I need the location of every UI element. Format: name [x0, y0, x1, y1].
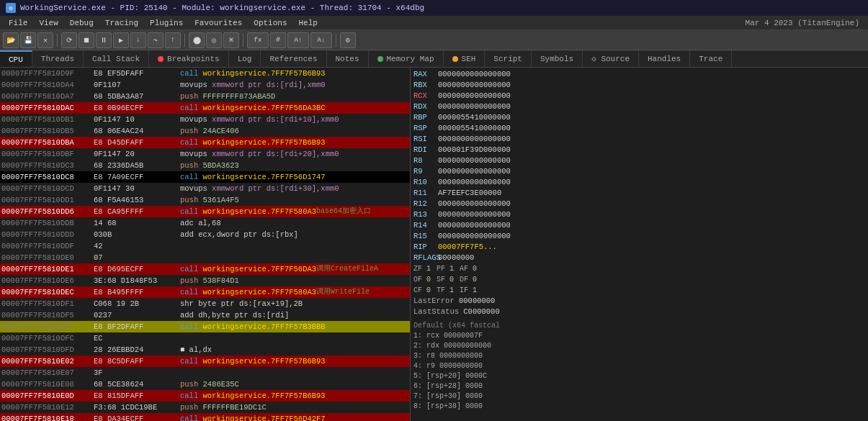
menu-tracing[interactable]: Tracing	[99, 18, 144, 28]
tb-open[interactable]: 📂	[3, 32, 19, 48]
disasm-row[interactable]: 00007FF7F5810DE63E:68 D1848F53push 538F8…	[0, 275, 410, 286]
disasm-row[interactable]: 00007FF7F5810E18E8 DA34ECFFcall workings…	[0, 413, 410, 421]
disasm-row[interactable]: 00007FF7F5810D9FE8 EF5DFAFFcall workings…	[0, 68, 410, 79]
tb-font2[interactable]: A↓	[310, 32, 332, 48]
menu-file[interactable]: File	[3, 18, 33, 28]
disasm-row[interactable]: 00007FF7F5810DBAE8 D45DFAFFcall workings…	[0, 137, 410, 148]
tb-run[interactable]: ▶	[113, 32, 129, 48]
disasm-row[interactable]: 00007FF7F5810DBF0F1147 20movups xmmword …	[0, 148, 410, 160]
disasm-row[interactable]: 00007FF7F5810DA768 5DBA3A87push FFFFFFFF…	[0, 91, 410, 102]
disasm-row[interactable]: 00007FF7F5810DD168 F5A46153push 5361A4F5	[0, 194, 410, 206]
register-name: RDI	[413, 145, 435, 155]
tab-memorymap[interactable]: Memory Map	[369, 50, 444, 67]
tb-settings[interactable]: ⚙	[340, 32, 356, 48]
disasm-bytes: E8 815DFAFF	[94, 390, 180, 402]
tab-symbols[interactable]: Symbols	[532, 50, 583, 67]
disasm-row[interactable]: 00007FF7F5810DA40F1107movups xmmword ptr…	[0, 79, 410, 91]
register-name: RSP	[413, 123, 435, 134]
disasm-bytes: 3E:68 D1848F53	[94, 275, 180, 286]
menu-plugins[interactable]: Plugins	[144, 18, 189, 28]
disasm-row[interactable]: 00007FF7F5810DE1E8 D695ECFFcall workings…	[0, 263, 410, 275]
disasm-row[interactable]: 00007FF7F5810DDB14 68adc al,68	[0, 217, 410, 229]
tb-hw[interactable]: ◎	[206, 32, 222, 48]
tab-trace-label: Trace	[699, 55, 722, 63]
menu-help[interactable]: Help	[293, 18, 323, 28]
tb-trace[interactable]: ⌘	[223, 32, 239, 48]
disasm-instruction: movups xmmword ptr ds:[rdi],xmm0	[180, 79, 410, 91]
disasm-panel[interactable]: 00007FF7F5810D9FE8 EF5DFAFFcall workings…	[0, 68, 411, 421]
tb-hash[interactable]: #	[270, 32, 286, 48]
disasm-row[interactable]: 00007FF7F5810E02E8 8C5DFAFFcall workings…	[0, 356, 410, 367]
register-row: R120000000000000000	[413, 199, 865, 209]
tb-step-over[interactable]: ↷	[148, 32, 164, 48]
disasm-row[interactable]: 00007FF7F5810DF1C068 19 2Bshr byte ptr d…	[0, 298, 410, 309]
disasm-bytes: E8 7A09ECFF	[94, 171, 180, 183]
flag-zf: ZF 1	[413, 263, 431, 274]
disasm-address: 00007FF7F5810E12	[0, 402, 94, 413]
tab-source[interactable]: ◇ Source	[583, 50, 639, 67]
disasm-address: 00007FF7F5810DDD	[0, 229, 94, 240]
disasm-bytes: 0237	[94, 309, 180, 321]
tab-script[interactable]: Script	[485, 50, 532, 67]
rflags-value: 00000000	[438, 253, 474, 263]
disasm-row[interactable]: 00007FF7F5810DFD28 26EBBD24■ al,dx	[0, 344, 410, 356]
tb-stop[interactable]: ⏹	[79, 32, 94, 48]
tb-save[interactable]: 💾	[20, 32, 36, 48]
tab-handles-label: Handles	[648, 55, 681, 63]
tb-step-out[interactable]: ↑	[165, 32, 181, 48]
tab-references[interactable]: References	[261, 50, 326, 67]
disasm-instruction: call workingservice.7FF7F56D1747	[180, 171, 410, 183]
disasm-row[interactable]: 00007FF7F5810DFCEC	[0, 332, 410, 344]
disasm-row[interactable]: 00007FF7F5810DD6E8 CA95FFFFcall workings…	[0, 206, 410, 217]
tb-font[interactable]: A↑	[287, 32, 309, 48]
tb-close[interactable]: ✕	[37, 32, 53, 48]
disasm-row[interactable]: 00007FF7F5810DC8E8 7A09ECFFcall workings…	[0, 171, 410, 183]
disasm-bytes: 030B	[94, 229, 180, 240]
disasm-row[interactable]: 00007FF7F5810E0868 5CE38624push 2486E35C	[0, 379, 410, 390]
menu-favourites[interactable]: Favourites	[189, 18, 248, 28]
disasm-row[interactable]: 00007FF7F5810DF50237add dh,byte ptr ds:[…	[0, 309, 410, 321]
tab-handles[interactable]: Handles	[639, 50, 690, 67]
tb-step-into[interactable]: ↓	[130, 32, 146, 48]
disasm-comment: base64加密入口	[316, 206, 410, 217]
tb-restart[interactable]: ⟳	[61, 32, 77, 48]
disasm-row[interactable]: 00007FF7F5810E12F3:68 1CDC19BEpush FFFFF…	[0, 402, 410, 413]
tab-cpu[interactable]: CPU	[0, 50, 32, 67]
tab-notes[interactable]: Notes	[327, 50, 369, 67]
menu-options[interactable]: Options	[248, 18, 292, 28]
tb-bp[interactable]: ⬤	[189, 32, 205, 48]
disasm-row[interactable]: 00007FF7F5810DACE8 0B96ECFFcall workings…	[0, 102, 410, 114]
disasm-row[interactable]: 00007FF7F5810E0DE8 815DFAFFcall workings…	[0, 390, 410, 402]
disasm-instruction: add dh,byte ptr ds:[rdi]	[180, 309, 410, 321]
disasm-instruction	[180, 332, 410, 344]
disasm-instruction: adc al,68	[180, 217, 410, 229]
disasm-address: 00007FF7F5810E18	[0, 413, 94, 421]
disasm-instruction	[180, 252, 410, 263]
disasm-row[interactable]: 00007FF7F5810DE007	[0, 252, 410, 263]
disasm-row[interactable]: 00007FF7F5810DCD0F1147 30movups xmmword …	[0, 183, 410, 194]
tab-trace[interactable]: Trace	[690, 50, 732, 67]
disasm-row[interactable]: 00007FF7F5810DDF42	[0, 240, 410, 252]
tb-asm[interactable]: fx	[247, 32, 269, 48]
laststatus-row: LastStatus C0000000	[413, 307, 865, 317]
disasm-row[interactable]: 00007FF7F5810DB568 06E4AC24push 24ACE406	[0, 125, 410, 137]
tab-threads[interactable]: Threads	[32, 50, 84, 67]
disasm-row[interactable]: 00007FF7F5810DB10F1147 10movups xmmword …	[0, 114, 410, 125]
tab-callstack[interactable]: Call Stack	[84, 50, 149, 67]
disasm-row[interactable]: 00007FF7F5810DC368 2336DA5Bpush 5BDA3623	[0, 160, 410, 171]
disasm-address: 00007FF7F5810DC8	[0, 171, 94, 183]
disasm-instruction: movups xmmword ptr ds:[rdi+30],xmm0	[180, 183, 410, 194]
disasm-row[interactable]: 00007FF7F5810E073F	[0, 367, 410, 379]
disasm-row[interactable]: 00007FF7F5810DECE8 B495FFFFcall workings…	[0, 286, 410, 298]
menu-view[interactable]: View	[33, 18, 63, 28]
menu-debug[interactable]: Debug	[64, 18, 99, 28]
register-value: 0000000000000000	[438, 101, 511, 112]
tab-log[interactable]: Log	[229, 50, 261, 67]
tab-breakpoints[interactable]: Breakpoints	[149, 50, 229, 67]
register-value: 0000000000000000	[438, 209, 511, 220]
tb-pause[interactable]: ⏸	[96, 32, 112, 48]
disasm-row[interactable]: 00007FF7F5810DDD030Badd ecx,dword ptr ds…	[0, 229, 410, 240]
tab-seh[interactable]: SEH	[444, 50, 486, 67]
disasm-address: 00007FF7F5810DE1	[0, 263, 94, 275]
disasm-row[interactable]: 00007FF7F5810DF7E8 BF2DFAFFcall workings…	[0, 321, 410, 332]
